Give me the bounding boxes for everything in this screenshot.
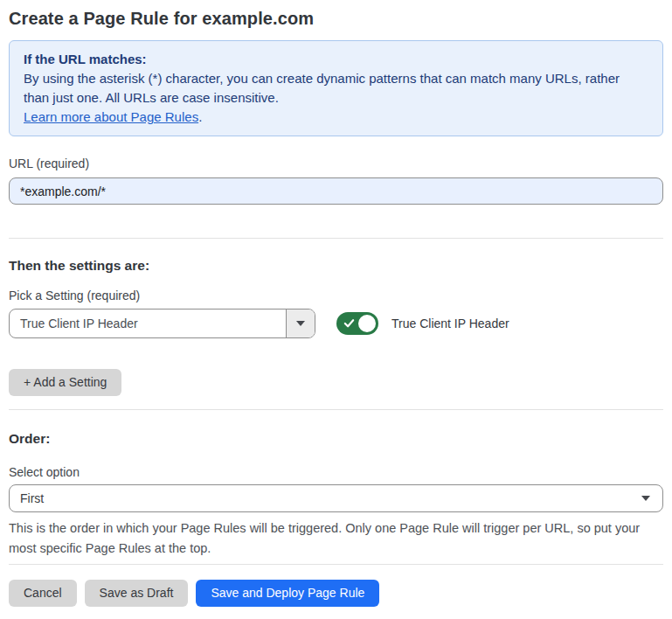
add-setting-button[interactable]: + Add a Setting (9, 369, 121, 396)
toggle-label: True Client IP Header (391, 316, 509, 330)
divider (9, 409, 663, 410)
create-page-rule-form: Create a Page Rule for example.com If th… (0, 0, 672, 607)
setting-picker-label: Pick a Setting (required) (9, 288, 663, 303)
save-and-deploy-button[interactable]: Save and Deploy Page Rule (196, 580, 379, 607)
url-match-info-box: If the URL matches: By using the asteris… (9, 40, 663, 136)
divider (9, 238, 663, 239)
save-as-draft-button[interactable]: Save as Draft (85, 580, 189, 607)
cancel-button[interactable]: Cancel (9, 580, 77, 607)
setting-select-arrow-button[interactable] (286, 310, 315, 337)
info-box-body: By using the asterisk (*) character, you… (24, 69, 648, 108)
order-select-value: First (20, 491, 44, 505)
footer-actions: Cancel Save as Draft Save and Deploy Pag… (9, 580, 663, 607)
order-select-label: Select option (9, 464, 663, 480)
page-title: Create a Page Rule for example.com (9, 7, 663, 30)
setting-select-value: True Client IP Header (10, 316, 286, 330)
url-field-label: URL (required) (9, 156, 663, 171)
learn-more-link[interactable]: Learn more about Page Rules (24, 109, 198, 124)
chevron-down-icon (296, 321, 305, 326)
order-help-text: This is the order in which your Page Rul… (9, 518, 663, 559)
setting-row: True Client IP Header True Client IP Hea… (9, 309, 663, 338)
toggle-knob (358, 315, 376, 332)
divider (9, 564, 663, 565)
order-select[interactable]: First (9, 484, 663, 512)
check-icon (343, 317, 355, 329)
info-box-heading: If the URL matches: (24, 50, 648, 69)
url-input[interactable] (9, 177, 663, 205)
true-client-ip-toggle[interactable] (336, 312, 378, 335)
info-link-line: Learn more about Page Rules. (24, 108, 648, 127)
link-suffix: . (198, 109, 202, 124)
settings-section-heading: Then the settings are: (9, 257, 663, 275)
order-section-heading: Order: (9, 430, 663, 448)
chevron-down-icon (641, 496, 650, 501)
setting-select[interactable]: True Client IP Header (9, 309, 315, 338)
